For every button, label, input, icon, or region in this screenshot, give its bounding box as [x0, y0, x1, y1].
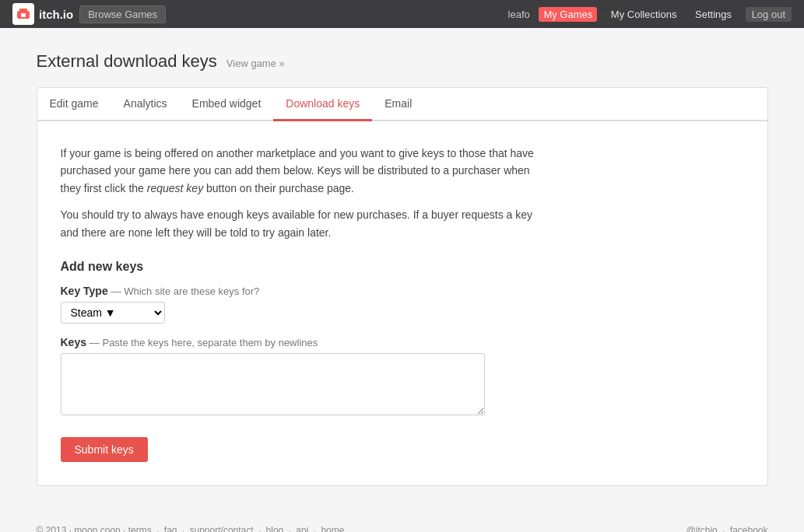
header-nav: leafo · My Games · My Collections · Sett… [508, 7, 792, 22]
sep2: · [600, 9, 603, 20]
sep1: · [533, 9, 536, 20]
site-logo[interactable]: itch.io [39, 8, 73, 21]
svg-rect-1 [19, 9, 27, 13]
svg-rect-2 [21, 13, 26, 17]
key-type-hint: — Which site are these keys for? [111, 285, 260, 297]
my-collections-link[interactable]: My Collections [606, 7, 682, 22]
footer-blog[interactable]: blog [266, 525, 284, 532]
footer-sep2: · [182, 525, 184, 532]
itch-logo-icon [12, 3, 34, 25]
desc-p1-suffix: button on their purchase page. [203, 182, 354, 194]
footer-sep3: · [258, 525, 261, 532]
description-paragraph-2: You should try to always have enough key… [61, 206, 543, 241]
header: itch.io Browse Games leafo · My Games · … [0, 0, 804, 28]
footer-left: © 2013 · moon coop · terms · faq · suppo… [37, 525, 345, 532]
browse-games-button[interactable]: Browse Games [79, 5, 166, 23]
description-paragraph-1: If your game is being offered on another… [61, 145, 543, 197]
settings-link[interactable]: Settings [690, 7, 736, 22]
submit-keys-button[interactable]: Submit keys [61, 437, 148, 462]
add-keys-section: Add new keys Key Type — Which site are t… [61, 260, 543, 462]
tabs-bar: Edit game Analytics Embed widget Downloa… [37, 87, 768, 121]
footer-terms[interactable]: terms [128, 525, 152, 532]
footer-facebook[interactable]: facebook [730, 525, 768, 532]
my-games-link[interactable]: My Games [539, 7, 597, 22]
footer-faq[interactable]: faq [164, 525, 177, 532]
footer-support[interactable]: support/contact [190, 525, 254, 532]
footer-sep1: · [156, 525, 159, 532]
logout-button[interactable]: Log out [746, 7, 792, 22]
description-text: If your game is being offered on another… [61, 145, 543, 241]
key-type-select[interactable]: Steam ▼ Desura GOG Humble Bundle Other [61, 302, 165, 324]
view-game-link[interactable]: View game » [226, 58, 285, 69]
keys-label: Keys [61, 336, 86, 348]
tab-analytics[interactable]: Analytics [111, 88, 180, 121]
main-container: External download keys View game » Edit … [21, 28, 784, 509]
tab-edit-game[interactable]: Edit game [37, 88, 111, 121]
page-header: External download keys View game » [37, 51, 768, 72]
page-title: External download keys [37, 51, 217, 72]
tab-embed-widget[interactable]: Embed widget [180, 88, 274, 121]
key-type-field: Key Type — Which site are these keys for… [61, 285, 543, 324]
username-label: leafo [508, 9, 530, 20]
keys-field: Keys — Paste the keys here, separate the… [61, 336, 543, 415]
add-keys-title: Add new keys [61, 260, 543, 274]
keys-textarea[interactable] [61, 353, 485, 415]
footer-itchio[interactable]: @itchio [686, 525, 718, 532]
content-area: If your game is being offered on another… [37, 121, 768, 486]
key-type-label-row: Key Type — Which site are these keys for… [61, 285, 543, 297]
footer: © 2013 · moon coop · terms · faq · suppo… [21, 509, 784, 532]
request-key-text: request key [147, 182, 203, 194]
keys-hint: — Paste the keys here, separate them by … [90, 337, 318, 348]
footer-home[interactable]: home [321, 525, 344, 532]
key-type-label: Key Type [61, 285, 108, 297]
footer-right: @itchio · facebook [686, 525, 768, 532]
footer-sep5: · [314, 525, 316, 532]
sep4: · [739, 9, 743, 20]
keys-label-row: Keys — Paste the keys here, separate the… [61, 336, 543, 348]
footer-copyright: © 2013 · moon coop · [37, 525, 126, 532]
footer-sep4: · [289, 525, 291, 532]
sep3: · [684, 9, 687, 20]
logo-area: itch.io [12, 3, 73, 25]
tab-download-keys[interactable]: Download keys [273, 88, 372, 121]
footer-api[interactable]: api [296, 525, 308, 532]
footer-sep6: · [722, 525, 725, 532]
tab-email[interactable]: Email [372, 88, 424, 121]
